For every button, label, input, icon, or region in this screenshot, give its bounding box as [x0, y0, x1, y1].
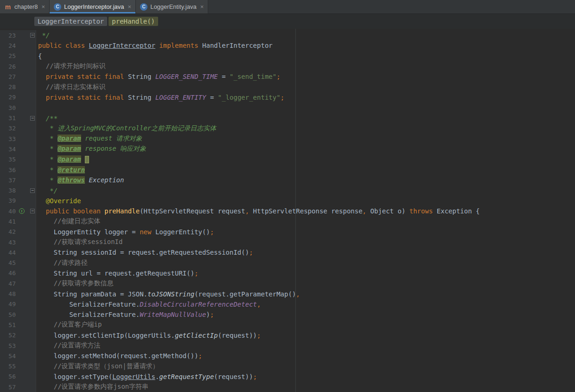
breadcrumb-item-LoggerInterceptor[interactable]: LoggerInterceptor: [34, 17, 107, 26]
line-number[interactable]: 46: [0, 270, 16, 276]
fold-icon[interactable]: −: [30, 209, 35, 213]
override-method-icon[interactable]: ↑: [19, 208, 25, 214]
code-text[interactable]: //获取请求sessionId: [36, 238, 122, 246]
code-text[interactable]: logger.setType(LoggerUtils.getRequestTyp…: [36, 373, 257, 380]
line-number[interactable]: 36: [0, 167, 16, 174]
code-text[interactable]: * @param response 响应对象: [36, 145, 146, 153]
code-text[interactable]: //创建日志实体: [36, 217, 101, 225]
line-number[interactable]: 30: [0, 104, 16, 111]
line-number[interactable]: 44: [0, 249, 16, 256]
line-number[interactable]: 27: [0, 73, 16, 80]
fold-icon[interactable]: −: [30, 188, 35, 193]
gutter: 31−: [0, 113, 36, 123]
code-text[interactable]: private static final String LOGGER_ENTIT…: [36, 94, 284, 101]
tab-LoggerInterceptor.java[interactable]: CLoggerInterceptor.java×: [50, 0, 136, 13]
line-number[interactable]: 26: [0, 63, 16, 70]
line-number[interactable]: 28: [0, 84, 16, 90]
code-text[interactable]: public class LoggerInterceptor implement…: [36, 42, 273, 49]
caret-box: [85, 156, 89, 163]
code-text[interactable]: //获取请求参数信息: [36, 279, 114, 288]
code-text[interactable]: //设置请求类型（json|普通请求）: [36, 362, 159, 371]
line-number[interactable]: 35: [0, 156, 16, 163]
fold-column: −: [28, 33, 36, 38]
line-number[interactable]: 25: [0, 52, 16, 59]
fold-icon[interactable]: −: [30, 116, 35, 121]
gutter: 34: [0, 144, 36, 154]
code-text[interactable]: * @param: [36, 155, 89, 163]
gutter: 29: [0, 92, 36, 103]
close-icon[interactable]: ×: [42, 3, 45, 10]
fold-icon[interactable]: −: [30, 33, 35, 38]
code-line: 39 @Override: [0, 196, 575, 206]
line-number[interactable]: 56: [0, 373, 16, 380]
code-line: 25{: [0, 51, 575, 61]
tab-LoggerEntity.java[interactable]: CLoggerEntity.java×: [136, 0, 208, 13]
class-icon: C: [140, 3, 147, 11]
line-number[interactable]: 34: [0, 146, 16, 153]
code-text[interactable]: String url = request.getRequestURI();: [36, 270, 198, 277]
tab-chapter8[interactable]: mchapter8×: [0, 0, 50, 13]
line-number[interactable]: 55: [0, 363, 16, 370]
code-text[interactable]: //设置请求参数内容json字符串: [36, 383, 148, 391]
code-text[interactable]: logger.setMethod(request.getMethod());: [36, 352, 202, 360]
code-text[interactable]: //请求日志实体标识: [36, 83, 106, 91]
code-line: 48 String paramData = JSON.toJSONString(…: [0, 289, 575, 299]
code-text[interactable]: public boolean preHandle(HttpServletRequ…: [36, 207, 480, 215]
line-number[interactable]: 52: [0, 332, 16, 339]
gutter: 50: [0, 309, 36, 320]
line-number[interactable]: 57: [0, 384, 16, 391]
line-number[interactable]: 47: [0, 280, 16, 287]
code-text[interactable]: private static final String LOGGER_SEND_…: [36, 73, 281, 80]
line-number[interactable]: 38: [0, 187, 16, 194]
close-icon[interactable]: ×: [128, 3, 132, 10]
code-text[interactable]: LoggerEntity logger = new LoggerEntity()…: [36, 228, 214, 236]
code-text[interactable]: * @throws Exception: [36, 176, 124, 184]
line-number[interactable]: 54: [0, 353, 16, 360]
code-line: 33 * @param request 请求对象: [0, 134, 575, 144]
code-text[interactable]: {: [36, 52, 42, 60]
code-text[interactable]: String sessionId = request.getRequestedS…: [36, 249, 253, 256]
line-number[interactable]: 31: [0, 115, 16, 122]
code-text[interactable]: //请求开始时间标识: [36, 62, 106, 71]
line-number[interactable]: 48: [0, 290, 16, 297]
line-number[interactable]: 43: [0, 239, 16, 246]
code-text[interactable]: //设置客户端ip: [36, 321, 102, 329]
line-number[interactable]: 39: [0, 197, 16, 204]
gutter: 56: [0, 372, 36, 382]
line-number[interactable]: 49: [0, 301, 16, 308]
gutter: 23−: [0, 30, 36, 40]
line-number[interactable]: 29: [0, 94, 16, 101]
fold-column: −: [28, 188, 36, 193]
gutter: 32: [0, 123, 36, 134]
line-number[interactable]: 40: [0, 208, 16, 215]
code-text[interactable]: //请求路径: [36, 259, 88, 267]
gutter: 41: [0, 216, 36, 226]
code-text[interactable]: */: [36, 32, 50, 39]
line-number[interactable]: 41: [0, 218, 16, 225]
line-number[interactable]: 33: [0, 135, 16, 142]
code-text[interactable]: * @param request 请求对象: [36, 135, 142, 143]
line-number[interactable]: 42: [0, 228, 16, 235]
code-text[interactable]: * 进入SpringMVC的Controller之前开始记录日志实体: [36, 124, 216, 133]
code-text[interactable]: @Override: [36, 197, 81, 205]
code-text[interactable]: //设置请求方法: [36, 341, 101, 350]
code-line: 40↑− public boolean preHandle(HttpServle…: [0, 206, 575, 216]
code-text[interactable]: /**: [36, 115, 58, 122]
breadcrumb-item-preHandle()[interactable]: preHandle(): [109, 17, 158, 26]
line-number[interactable]: 45: [0, 259, 16, 266]
code-text[interactable]: */: [36, 187, 58, 194]
line-number[interactable]: 53: [0, 342, 16, 349]
line-number[interactable]: 24: [0, 42, 16, 49]
code-text[interactable]: logger.setClientIp(LoggerUtils.getCliect…: [36, 332, 261, 339]
code-text[interactable]: SerializerFeature.DisableCircularReferen…: [36, 301, 261, 308]
close-icon[interactable]: ×: [200, 3, 204, 10]
line-number[interactable]: 50: [0, 311, 16, 318]
code-text[interactable]: String paramData = JSON.toJSONString(req…: [36, 290, 300, 298]
line-number[interactable]: 23: [0, 32, 16, 39]
code-text[interactable]: * @return: [36, 166, 85, 174]
line-number[interactable]: 37: [0, 177, 16, 184]
line-number[interactable]: 51: [0, 321, 16, 328]
code-line: 49 SerializerFeature.DisableCircularRefe…: [0, 299, 575, 309]
line-number[interactable]: 32: [0, 125, 16, 132]
code-text[interactable]: SerializerFeature.WriteMapNullValue);: [36, 311, 214, 318]
